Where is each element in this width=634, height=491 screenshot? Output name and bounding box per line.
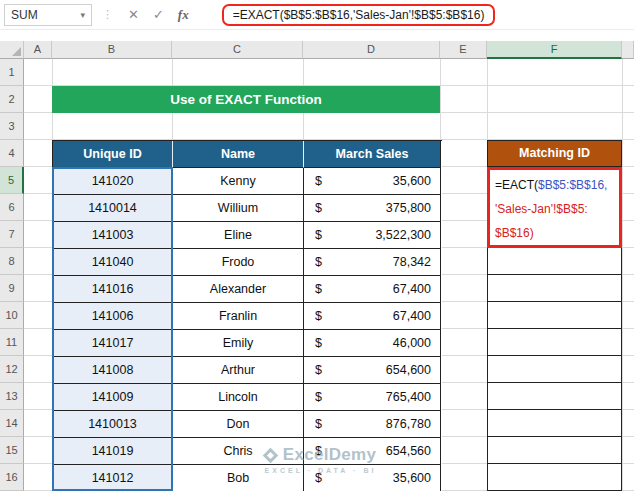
unique-id-cell[interactable]: 141008	[53, 357, 173, 384]
column-header-b[interactable]: B	[52, 41, 172, 59]
matching-cell-empty[interactable]	[487, 410, 622, 437]
name-cell[interactable]: Arthur	[173, 357, 304, 384]
currency-symbol: $	[315, 444, 322, 458]
name-cell[interactable]: Alexander	[173, 276, 304, 303]
currency-symbol: $	[315, 390, 322, 404]
sales-cell[interactable]: $35,600	[304, 168, 441, 195]
active-formula-cell[interactable]: =EACT($B$5:$B$16, 'Sales-Jan'!$B$5: $B$1…	[487, 167, 622, 248]
row-header-16[interactable]: 16	[0, 464, 24, 491]
row-header-11[interactable]: 11	[0, 329, 24, 356]
sales-cell[interactable]: $654,560	[304, 438, 441, 465]
row-header-15[interactable]: 15	[0, 437, 24, 464]
row-header-12[interactable]: 12	[0, 356, 24, 383]
sales-amount: 46,000	[393, 336, 431, 350]
unique-id-cell[interactable]: 141019	[53, 438, 173, 465]
sales-cell[interactable]: $375,800	[304, 195, 441, 222]
sales-cell[interactable]: $78,342	[304, 249, 441, 276]
column-header-a[interactable]: A	[24, 41, 52, 59]
row-header-8[interactable]: 8	[0, 248, 24, 275]
cancel-icon[interactable]: ✕	[128, 7, 139, 22]
unique-id-cell[interactable]: 141012	[53, 465, 173, 491]
currency-symbol: $	[315, 201, 322, 215]
unique-id-cell[interactable]: 141006	[53, 303, 173, 330]
name-cell[interactable]: Eline	[173, 222, 304, 249]
sales-cell[interactable]: $35,600	[304, 465, 441, 491]
matching-cell-empty[interactable]	[487, 275, 622, 302]
sales-amount: 876,780	[386, 417, 431, 431]
name-box-dropdown-icon[interactable]: ▾	[80, 10, 85, 20]
row-header-4[interactable]: 4	[0, 140, 24, 167]
name-cell[interactable]: Bob	[173, 465, 304, 491]
currency-symbol: $	[315, 471, 322, 485]
sales-amount: 78,342	[393, 255, 431, 269]
sales-cell[interactable]: $654,600	[304, 357, 441, 384]
matching-cell-empty[interactable]	[487, 248, 622, 275]
row-header-13[interactable]: 13	[0, 383, 24, 410]
name-cell[interactable]: Emily	[173, 330, 304, 357]
sales-cell[interactable]: $46,000	[304, 330, 441, 357]
unique-id-cell[interactable]: 141020	[53, 168, 173, 195]
unique-id-cell[interactable]: 1410013	[53, 411, 173, 438]
formula-bar: SUM ▾ ⋮ ✕ ✓ fx =EXACT($B$5:$B$16,'Sales-…	[0, 0, 634, 30]
name-cell[interactable]: Lincoln	[173, 384, 304, 411]
row-header-14[interactable]: 14	[0, 410, 24, 437]
column-header-e[interactable]: E	[440, 41, 487, 59]
unique-id-cell[interactable]: 141009	[53, 384, 173, 411]
row-header-1[interactable]: 1	[0, 59, 24, 86]
name-cell[interactable]: Willium	[173, 195, 304, 222]
sales-amount: 67,400	[393, 309, 431, 323]
name-cell[interactable]: Chris	[173, 438, 304, 465]
header-unique-id[interactable]: Unique ID	[53, 141, 173, 168]
row-header-10[interactable]: 10	[0, 302, 24, 329]
matching-cell-empty[interactable]	[487, 383, 622, 410]
formula-input[interactable]: =EXACT($B$5:$B$16,'Sales-Jan'!$B$5:$B$16…	[222, 4, 496, 26]
currency-symbol: $	[315, 336, 322, 350]
name-cell[interactable]: Kenny	[173, 168, 304, 195]
unique-id-cell[interactable]: 1410014	[53, 195, 173, 222]
matching-cell-empty[interactable]	[487, 464, 622, 491]
column-header-c[interactable]: C	[172, 41, 303, 59]
enter-icon[interactable]: ✓	[153, 7, 164, 22]
formula-line-2: 'Sales-Jan'!$B$5:	[495, 197, 615, 221]
row-header-6[interactable]: 6	[0, 194, 24, 221]
header-march-sales[interactable]: March Sales	[304, 141, 441, 168]
matching-id-header[interactable]: Matching ID	[487, 140, 622, 167]
sales-cell[interactable]: $876,780	[304, 411, 441, 438]
column-header-f[interactable]: F	[487, 41, 622, 59]
sales-cell[interactable]: $765,400	[304, 384, 441, 411]
name-cell[interactable]: Frodo	[173, 249, 304, 276]
row-header-2[interactable]: 2	[0, 86, 24, 113]
row-header-5[interactable]: 5	[0, 167, 24, 194]
column-header-d[interactable]: D	[303, 41, 440, 59]
unique-id-cell[interactable]: 141016	[53, 276, 173, 303]
unique-id-cell[interactable]: 141003	[53, 222, 173, 249]
row-header-9[interactable]: 9	[0, 275, 24, 302]
formula-ref1-segment: $B$5:$B$16,	[538, 178, 607, 192]
select-all-triangle-icon	[12, 47, 21, 56]
row-header-3[interactable]: 3	[0, 113, 24, 140]
select-all-corner[interactable]	[0, 41, 24, 59]
column-headers: A B C D E F	[0, 41, 634, 59]
unique-id-cell[interactable]: 141017	[53, 330, 173, 357]
header-name[interactable]: Name	[173, 141, 304, 168]
name-cell[interactable]: Franlin	[173, 303, 304, 330]
column-header-filler	[622, 41, 634, 59]
formula-line-3: $B$16)	[495, 221, 615, 245]
sales-amount: 67,400	[393, 282, 431, 296]
insert-function-icon[interactable]: fx	[178, 7, 189, 23]
matching-cell-empty[interactable]	[487, 302, 622, 329]
formula-bar-separator: ⋮	[102, 8, 113, 21]
currency-symbol: $	[315, 309, 322, 323]
sales-cell[interactable]: $67,400	[304, 276, 441, 303]
matching-cell-empty[interactable]	[487, 437, 622, 464]
formula-function-segment: =EACT(	[495, 178, 538, 192]
unique-id-cell[interactable]: 141040	[53, 249, 173, 276]
matching-cell-empty[interactable]	[487, 356, 622, 383]
name-cell[interactable]: Don	[173, 411, 304, 438]
sales-cell[interactable]: $3,522,300	[304, 222, 441, 249]
row-header-7[interactable]: 7	[0, 221, 24, 248]
sales-cell[interactable]: $67,400	[304, 303, 441, 330]
name-box[interactable]: SUM ▾	[4, 4, 92, 26]
title-banner-cell[interactable]: Use of EXACT Function	[52, 86, 440, 113]
matching-cell-empty[interactable]	[487, 329, 622, 356]
